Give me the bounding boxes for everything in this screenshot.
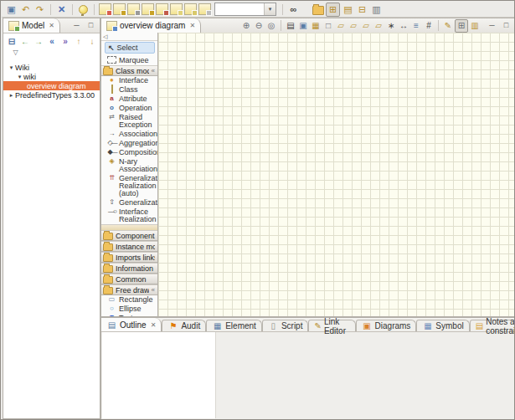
model-view-tab[interactable]: Model ✕ <box>3 18 60 33</box>
palette-item-attribute[interactable]: a Attribute <box>101 95 157 104</box>
forward-button[interactable]: → <box>33 36 44 46</box>
palette-item-interface-realization[interactable]: —○ Interface Realization <box>101 207 157 224</box>
tab-outline[interactable]: ▤ Outline ✕ <box>101 318 162 331</box>
open-perspective-button[interactable] <box>312 3 324 16</box>
drawer-pin-icon[interactable]: « <box>152 67 155 74</box>
palette-item-interface[interactable]: ● Interface <box>101 76 157 85</box>
zoom-out-button[interactable]: ⊖ <box>253 20 265 32</box>
palette-drawer-free-drawing[interactable]: Free drawing « <box>101 284 157 295</box>
palette-item-rectangle[interactable]: ▭ Rectangle <box>101 295 157 305</box>
perspective-button-2[interactable]: ▤ <box>342 3 354 16</box>
palette-tool-select[interactable]: ↖ Select <box>105 42 155 54</box>
palette-item-class[interactable]: Class <box>101 85 157 95</box>
expand-icon[interactable]: ▾ <box>16 74 23 80</box>
tab-audit[interactable]: ⚑ Audit <box>162 320 206 331</box>
style-button[interactable]: ▦ <box>310 20 322 32</box>
palette-drawer-class-model[interactable]: Class model « <box>101 65 157 76</box>
move-down-button[interactable]: ↓ <box>87 36 97 46</box>
next-related-button[interactable]: » <box>60 36 70 46</box>
show-frame-button[interactable]: □ <box>322 20 334 32</box>
palette-drawer-information-flows[interactable]: Information Flo... <box>101 263 157 274</box>
pencil-edit-button[interactable]: ✎ <box>442 20 454 32</box>
minimize-button[interactable]: ─ <box>486 19 498 32</box>
tip-button[interactable] <box>77 3 90 16</box>
palette-item-generalization[interactable]: ⇧ Generalization <box>101 198 157 207</box>
palette-drawer-instance-model[interactable]: Instance model <box>101 241 157 252</box>
palette-item-ellipse[interactable]: ○ Ellipse <box>101 305 157 314</box>
perspective-button-4[interactable]: ▥ <box>370 3 383 16</box>
save-button[interactable]: ▣ <box>5 3 18 16</box>
palette-item-partial[interactable] <box>101 224 157 230</box>
outline-view-content[interactable] <box>102 332 216 418</box>
tab-link-editor[interactable]: ✎ Link Editor <box>308 320 355 331</box>
create-diagram-button-5[interactable] <box>156 3 168 16</box>
palette-drawer-component-model[interactable]: Component mo... <box>101 230 157 241</box>
palette-drawer-common[interactable]: Common <box>101 274 157 284</box>
back-button[interactable]: ← <box>20 36 30 46</box>
create-diagram-button-7[interactable] <box>184 3 197 16</box>
tab-symbol[interactable]: ▦ Symbol <box>416 320 469 331</box>
align-center-button[interactable]: ▱ <box>348 20 359 32</box>
create-diagram-button-6[interactable] <box>170 3 183 16</box>
align-right-button[interactable]: ▱ <box>360 20 372 32</box>
perspective-button-3[interactable]: ⊟ <box>356 3 368 16</box>
expand-icon[interactable]: ▾ <box>8 64 15 71</box>
view-menu-button[interactable]: ▽ <box>10 47 21 58</box>
auto-size-button[interactable]: ∗ <box>385 20 397 32</box>
snap-to-grid-button[interactable]: ⊞ <box>455 19 468 33</box>
tab-script[interactable]: ▯ Script <box>262 320 309 331</box>
tab-element[interactable]: ▦ Element <box>206 320 262 331</box>
print-button[interactable]: ▤ <box>285 20 296 32</box>
palette-item-aggregation[interactable]: ◇— Aggregation <box>101 139 157 148</box>
undo-button[interactable]: ↶ <box>19 3 32 16</box>
create-diagram-button-1[interactable] <box>99 3 111 16</box>
palette-item-generalization-auto[interactable]: ⇈ Generalizatio... Realization (auto) <box>101 174 157 198</box>
diagram-context-combo[interactable]: ▾ <box>214 3 276 16</box>
save-image-button[interactable]: ▣ <box>297 20 309 32</box>
tree-item-predefined-types[interactable]: ▸ PredefinedTypes 3.3.00 <box>3 90 100 100</box>
palette-tool-marquee[interactable]: Marquee <box>101 54 157 65</box>
configure-tools-button[interactable]: ✕ <box>55 3 68 16</box>
align-top-button[interactable]: ▱ <box>373 20 384 32</box>
create-diagram-button-2[interactable] <box>113 3 126 16</box>
tab-notes-and-constraints[interactable]: ▤ Notes and constraints <box>470 320 515 331</box>
redo-button[interactable]: ↷ <box>33 3 46 16</box>
create-diagram-button-3[interactable] <box>127 3 140 16</box>
grid-visibility-button[interactable]: # <box>423 20 435 32</box>
collapse-all-button[interactable]: ⊟ <box>7 36 17 46</box>
palette-item-operation[interactable]: o Operation <box>101 104 157 113</box>
editor-tab-overview-diagram[interactable]: overview diagram ✕ <box>101 18 201 33</box>
fit-width-button[interactable]: ↔ <box>398 20 409 32</box>
palette-item-raised-exception[interactable]: ⇄ Raised Exception <box>101 113 157 130</box>
align-left-button[interactable]: ▱ <box>335 20 347 32</box>
maximize-button[interactable]: □ <box>85 19 97 32</box>
palette-drawer-imports-links[interactable]: Imports links <box>101 252 157 263</box>
distribute-button[interactable]: ≡ <box>410 20 422 32</box>
zoom-fit-button[interactable]: ◎ <box>265 20 277 32</box>
close-icon[interactable]: ✕ <box>189 22 195 29</box>
close-icon[interactable]: ✕ <box>151 321 157 329</box>
palette-item-text[interactable]: T Text <box>101 314 157 316</box>
perspective-modeling-button[interactable]: ⊞ <box>326 3 340 17</box>
collapse-icon[interactable]: ▸ <box>8 92 15 99</box>
create-diagram-button-8[interactable] <box>198 3 211 16</box>
tab-diagrams[interactable]: ▣ Diagrams <box>356 320 417 331</box>
tree-item-wiki-project[interactable]: ▾ Wiki <box>3 63 100 72</box>
columns-button[interactable]: ▥ <box>469 20 481 32</box>
maximize-button[interactable]: □ <box>500 19 512 32</box>
zoom-in-button[interactable]: ⊕ <box>240 20 252 32</box>
palette-item-association[interactable]: → Association <box>101 130 157 139</box>
previous-related-button[interactable]: « <box>47 36 57 46</box>
tree-item-wiki-package[interactable]: ▾ wiki <box>3 72 100 81</box>
minimize-button[interactable]: ─ <box>70 19 83 32</box>
combo-dropdown-icon[interactable]: ▾ <box>264 3 276 15</box>
palette-item-composition[interactable]: ◆— Composition <box>101 148 157 157</box>
move-up-button[interactable]: ↑ <box>74 36 84 46</box>
close-icon[interactable]: ✕ <box>49 22 54 29</box>
drawer-pin-icon[interactable]: « <box>152 286 155 294</box>
create-diagram-button-4[interactable] <box>142 3 154 16</box>
tree-item-overview-diagram[interactable]: overview diagram <box>3 81 100 90</box>
diagram-canvas[interactable] <box>158 33 515 316</box>
search-button[interactable]: ∞ <box>287 3 300 16</box>
palette-collapse-button[interactable]: ◁ <box>101 33 157 41</box>
